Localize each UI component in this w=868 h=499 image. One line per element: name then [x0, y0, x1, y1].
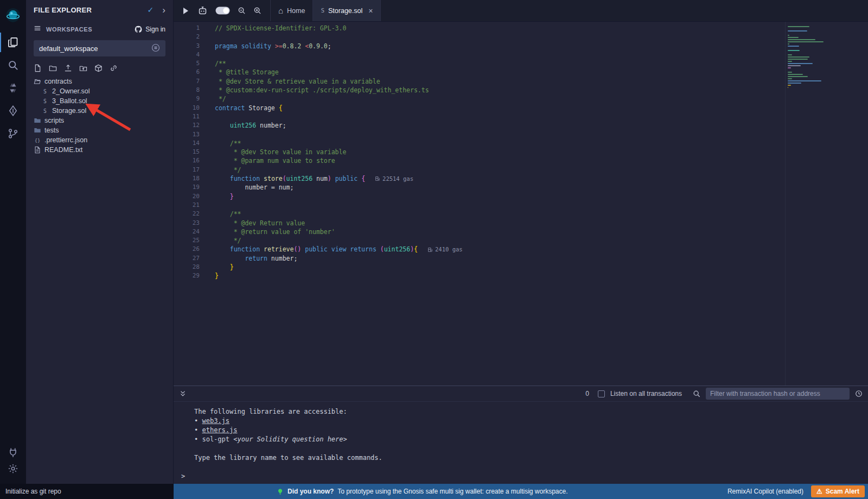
- line-number: 16: [174, 156, 207, 165]
- file-tree-item[interactable]: README.txt: [26, 145, 173, 155]
- workspace-selected-value: default_workspace: [39, 45, 98, 53]
- solidity-compiler-icon[interactable]: [0, 78, 26, 98]
- json-icon: {}: [34, 136, 41, 144]
- terminal-link[interactable]: ethers.js: [202, 426, 237, 434]
- run-script-icon[interactable]: [181, 7, 190, 15]
- line-number: 27: [174, 254, 207, 263]
- link-icon[interactable]: [110, 64, 118, 72]
- upload-folder-icon[interactable]: [79, 64, 87, 72]
- search-icon[interactable]: [0, 55, 26, 75]
- chevron-right-icon[interactable]: ›: [162, 5, 165, 15]
- line-number: 17: [174, 166, 207, 174]
- line-number: 9: [174, 94, 207, 103]
- terminal-lines: The following libraries are accessible:•…: [174, 402, 868, 481]
- expand-terminal-icon[interactable]: [179, 390, 187, 397]
- line-number: 20: [174, 192, 207, 201]
- copilot-status[interactable]: RemixAI Copilot (enabled): [727, 488, 803, 495]
- lightbulb-icon: [277, 488, 284, 495]
- check-icon: ✓: [148, 5, 154, 14]
- line-number: 15: [174, 148, 207, 156]
- minimap[interactable]: [788, 26, 826, 89]
- editor-scrollbar[interactable]: [785, 22, 786, 386]
- zoom-in-icon[interactable]: [253, 7, 261, 15]
- line-number: 5: [174, 59, 207, 68]
- did-you-know-tip: Did you know? To prototype using the Gno…: [277, 484, 568, 499]
- transaction-count: 0: [585, 390, 589, 397]
- workspaces-label: WORKSPACES: [46, 26, 92, 33]
- file-tree-item[interactable]: {}.prettierrc.json: [26, 135, 173, 145]
- panel-header: FILE EXPLORER ✓ ›: [26, 0, 173, 20]
- file-icon: [34, 146, 41, 154]
- filter-input[interactable]: [706, 388, 850, 400]
- terminal-link[interactable]: web3.js: [202, 417, 229, 425]
- file-explorer-icon[interactable]: [0, 33, 26, 52]
- upload-file-icon[interactable]: [64, 64, 72, 72]
- git-icon[interactable]: [0, 124, 26, 143]
- close-tab-icon[interactable]: ×: [368, 7, 373, 15]
- terminal-toolbar: 0 Listen on all transactions: [174, 386, 868, 402]
- file-actions: [34, 64, 165, 72]
- svg-text:S: S: [43, 89, 47, 94]
- warning-icon: ⚠: [816, 488, 822, 495]
- zoom-out-icon[interactable]: [238, 7, 246, 15]
- file-tree-item[interactable]: S3_Ballot.sol: [26, 96, 173, 106]
- line-number: 25: [174, 236, 207, 245]
- sol-icon: S: [41, 107, 49, 115]
- scam-alert-button[interactable]: ⚠ Scam Alert: [811, 485, 865, 497]
- sign-in-button[interactable]: Sign in: [135, 26, 165, 33]
- search-icon[interactable]: [693, 390, 700, 397]
- publish-box-icon[interactable]: [94, 64, 103, 72]
- editor-tabbar: ⌂ Home S Storage.sol ×: [174, 0, 868, 22]
- settings-icon[interactable]: [0, 461, 26, 476]
- ai-assistant-icon[interactable]: [197, 5, 208, 16]
- toolbar-icons: [174, 0, 270, 21]
- line-number: 22: [174, 210, 207, 218]
- file-tree-item[interactable]: tests: [26, 125, 173, 135]
- workspace-select[interactable]: default_workspace: [34, 40, 165, 56]
- workspace-options-icon[interactable]: [151, 43, 160, 54]
- line-number: 26: [174, 245, 207, 254]
- folder-icon: [34, 127, 41, 134]
- line-number: 8: [174, 86, 207, 94]
- file-explorer-panel: FILE EXPLORER ✓ › WORKSPACES Sign in def…: [26, 0, 174, 484]
- file-tree-item[interactable]: SStorage.sol: [26, 106, 173, 116]
- activity-rail: [0, 0, 26, 484]
- history-icon[interactable]: [855, 390, 863, 397]
- line-number: 3: [174, 42, 207, 50]
- deploy-run-icon[interactable]: [0, 101, 26, 121]
- line-number: 4: [174, 50, 207, 59]
- sol-icon: S: [41, 87, 49, 95]
- tab-home[interactable]: ⌂ Home: [270, 0, 312, 21]
- line-number: 28: [174, 263, 207, 271]
- line-number: 18: [174, 174, 207, 183]
- code-area: 1// SPDX-License-Identifier: GPL-3.023pr…: [174, 22, 868, 281]
- gas-estimate-badge: 22514 gas: [375, 174, 413, 183]
- sol-icon: S: [41, 97, 49, 105]
- new-folder-icon[interactable]: [49, 64, 57, 72]
- line-number: 12: [174, 121, 207, 130]
- file-tree: contractsS2_Owner.solS3_Ballot.solSStora…: [26, 77, 173, 155]
- remix-logo-icon[interactable]: [0, 3, 26, 27]
- code-editor[interactable]: 1// SPDX-License-Identifier: GPL-3.023pr…: [174, 22, 868, 386]
- menu-icon[interactable]: [34, 24, 41, 34]
- file-tree-item[interactable]: contracts: [26, 77, 173, 86]
- ai-copilot-toggle[interactable]: [215, 7, 230, 15]
- line-number: 1: [174, 24, 207, 33]
- line-number: 13: [174, 130, 207, 139]
- sol-file-icon: S: [321, 7, 324, 14]
- folder-icon: [34, 117, 41, 124]
- tab-storage-sol[interactable]: S Storage.sol ×: [312, 0, 381, 21]
- line-number: 24: [174, 228, 207, 236]
- git-status[interactable]: Initialize as git repo: [0, 484, 174, 499]
- listen-checkbox[interactable]: [598, 390, 605, 397]
- file-tree-item[interactable]: S2_Owner.sol: [26, 86, 173, 96]
- file-tree-item[interactable]: scripts: [26, 116, 173, 125]
- status-bar-blue: Did you know? To prototype using the Gno…: [174, 484, 868, 499]
- plugin-manager-icon[interactable]: [0, 445, 26, 460]
- new-file-icon[interactable]: [34, 64, 42, 72]
- terminal: 0 Listen on all transactions The followi…: [174, 386, 868, 484]
- home-icon: ⌂: [278, 7, 283, 15]
- svg-text:S: S: [43, 98, 47, 104]
- line-number: 21: [174, 201, 207, 210]
- line-number: 11: [174, 112, 207, 121]
